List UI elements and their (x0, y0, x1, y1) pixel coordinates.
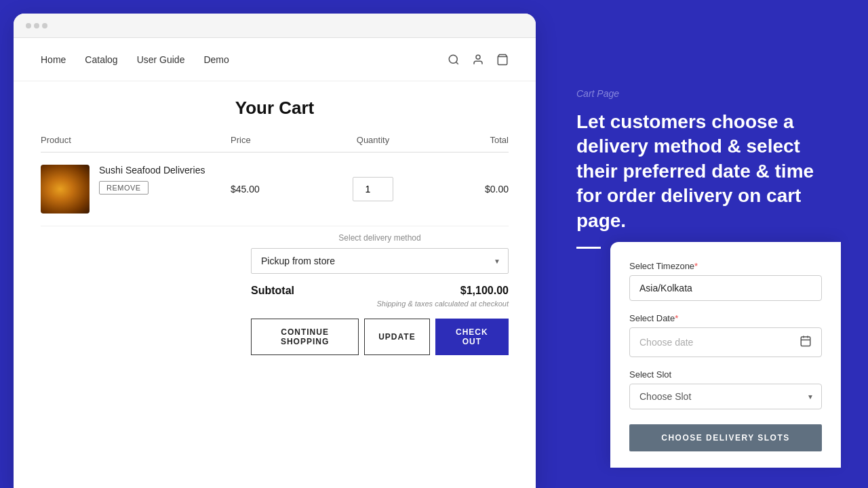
product-cell: Sushi Seafood Deliveries REMOVE (41, 165, 224, 214)
left-panel: Home Catalog User Guide Demo (0, 0, 549, 488)
subtotal-label: Subtotal (251, 285, 294, 297)
nav-icons (448, 54, 509, 66)
date-field-group: Select Date* Choose date (629, 313, 822, 357)
cart-table-header: Product Price Quantity Total (41, 135, 509, 152)
continue-shopping-button[interactable]: CONTINUE SHOPPING (251, 319, 359, 355)
date-label: Select Date* (629, 313, 822, 323)
cart-actions: CONTINUE SHOPPING UPDATE CHECK OUT (251, 319, 509, 355)
timezone-input[interactable] (629, 275, 822, 301)
cart-title: Your Cart (41, 98, 509, 119)
nav-catalog[interactable]: Catalog (85, 54, 117, 65)
slot-field-group: Select Slot Choose Slot Morning Afternoo… (629, 369, 822, 409)
subtotal-row: Subtotal $1,100.00 (251, 285, 509, 297)
remove-button[interactable]: REMOVE (99, 181, 149, 195)
cart-content: Your Cart Product Price Quantity Total S… (14, 81, 536, 488)
calendar-icon (800, 335, 812, 350)
nav-links: Home Catalog User Guide Demo (41, 54, 448, 65)
checkout-button[interactable]: CHECK OUT (435, 319, 509, 355)
nav-home[interactable]: Home (41, 54, 66, 65)
col-header-product: Product (41, 135, 224, 145)
nav-bar: Home Catalog User Guide Demo (14, 38, 536, 81)
delivery-method-label: Select delivery method (251, 233, 509, 243)
product-image (41, 165, 90, 214)
product-name: Sushi Seafood Deliveries (99, 165, 205, 176)
col-header-price: Price (224, 135, 319, 145)
delivery-section: Select delivery method Pickup from store… (41, 233, 509, 355)
timezone-field-group: Select Timezone* (629, 261, 822, 301)
right-top: Cart Page Let customers choose a deliver… (576, 20, 841, 278)
delivery-panel: Select Timezone* Select Date* Choose dat… (610, 242, 841, 468)
cart-icon[interactable] (496, 54, 509, 66)
choose-delivery-slots-button[interactable]: CHOOSE DELIVERY SLOTS (629, 424, 822, 451)
delivery-select-wrapper: Pickup from store Home delivery ▼ (251, 248, 509, 274)
browser-topbar (14, 14, 536, 38)
browser-dot-3 (42, 23, 47, 28)
quantity-cell (319, 177, 427, 201)
subtotal-amount: $1,100.00 (460, 285, 509, 297)
date-placeholder: Choose date (639, 337, 693, 348)
promo-heading: Let customers choose a delivery method &… (576, 110, 841, 233)
quantity-input[interactable] (353, 177, 393, 201)
nav-demo[interactable]: Demo (203, 54, 229, 65)
browser-card: Home Catalog User Guide Demo (14, 14, 536, 488)
product-info: Sushi Seafood Deliveries REMOVE (99, 165, 205, 195)
slot-label: Select Slot (629, 369, 822, 380)
col-header-total: Total (427, 135, 509, 145)
right-content-wrapper: Select Timezone* Select Date* Choose dat… (576, 278, 841, 468)
svg-rect-4 (801, 337, 810, 346)
promo-divider (576, 247, 601, 249)
timezone-required: * (694, 261, 698, 271)
slot-select-wrapper: Choose Slot Morning Afternoon Evening ▼ (629, 384, 822, 409)
browser-dot-1 (26, 23, 31, 28)
date-required: * (675, 313, 678, 323)
right-panel: Cart Page Let customers choose a deliver… (549, 0, 868, 488)
svg-line-1 (456, 62, 458, 64)
svg-point-0 (449, 55, 457, 63)
svg-point-2 (476, 55, 480, 59)
table-row: Sushi Seafood Deliveries REMOVE $45.00 $… (41, 152, 509, 226)
user-icon[interactable] (472, 54, 484, 66)
browser-dot-2 (34, 23, 39, 28)
shipping-note: Shipping & taxes calculated at checkout (251, 300, 509, 308)
slot-select[interactable]: Choose Slot Morning Afternoon Evening (629, 384, 822, 409)
total-cell: $0.00 (427, 184, 509, 195)
delivery-select[interactable]: Pickup from store Home delivery (251, 248, 509, 274)
timezone-label: Select Timezone* (629, 261, 822, 271)
price-cell: $45.00 (224, 184, 319, 195)
date-input[interactable]: Choose date (629, 327, 822, 357)
delivery-right: Select delivery method Pickup from store… (251, 233, 509, 355)
col-header-quantity: Quantity (319, 135, 427, 145)
nav-user-guide[interactable]: User Guide (137, 54, 185, 65)
search-icon[interactable] (448, 54, 460, 66)
update-button[interactable]: UPDATE (364, 319, 429, 355)
cart-page-label: Cart Page (576, 88, 841, 99)
